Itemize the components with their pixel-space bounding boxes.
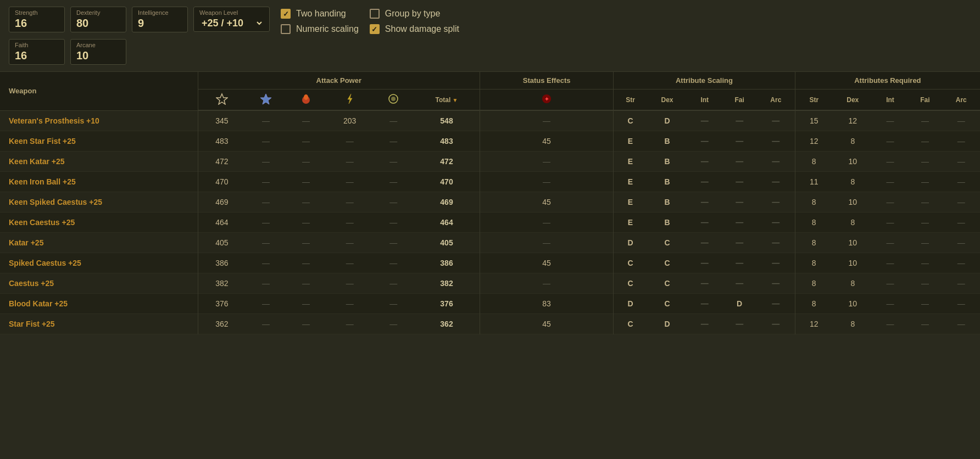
show-damage-split-checkbox[interactable] (370, 24, 380, 34)
numeric-scaling-checkbox[interactable] (281, 24, 291, 34)
req-fai: — (907, 192, 942, 212)
table-row[interactable]: Star Fist +25 362 — — — — 362 45 C D — —… (0, 314, 980, 334)
req-str: 8 (795, 253, 832, 273)
req-str: 8 (795, 212, 832, 233)
scaling-int: — (687, 314, 722, 334)
attack-total: 470 (414, 172, 480, 192)
status-bleed: — (480, 212, 614, 233)
attack-lightning: — (326, 253, 374, 273)
attack-lightning: — (326, 131, 374, 152)
req-fai: — (907, 294, 942, 314)
table-row[interactable]: Spiked Caestus +25 386 — — — — 386 45 C … (0, 253, 980, 273)
status-bleed: — (480, 110, 614, 131)
req-str: 8 (795, 233, 832, 253)
scaling-arc: — (757, 314, 795, 334)
table-row[interactable]: Keen Caestus +25 464 — — — — 464 — E B —… (0, 212, 980, 233)
subheader-holy (374, 89, 414, 111)
two-handing-checkbox[interactable] (281, 9, 291, 19)
attack-phys: 464 (198, 212, 246, 233)
scaling-str: C (614, 110, 647, 131)
col-header-attack-power: Attack Power (198, 72, 480, 89)
faith-input[interactable] (15, 49, 59, 62)
attack-magic: — (246, 110, 286, 131)
scaling-fai: — (722, 314, 756, 334)
table-row[interactable]: Veteran's Prosthesis +10 345 — — 203 — 5… (0, 110, 980, 131)
scaling-dex: B (647, 152, 687, 172)
subheader-req-arc: Arc (943, 89, 980, 111)
scaling-str: E (614, 212, 647, 233)
req-arc: — (943, 314, 980, 334)
req-int: — (873, 233, 907, 253)
table-row[interactable]: Keen Iron Ball +25 470 — — — — 470 — E B… (0, 172, 980, 192)
attack-holy: — (374, 253, 414, 273)
attack-lightning: — (326, 233, 374, 253)
req-int: — (873, 253, 907, 273)
scaling-str: C (614, 314, 647, 334)
req-fai: — (907, 273, 942, 294)
weapon-name: Keen Iron Ball +25 (0, 172, 198, 192)
table-row[interactable]: Keen Star Fist +25 483 — — — — 483 45 E … (0, 131, 980, 152)
subheader-req-dex: Dex (833, 89, 873, 111)
weapon-name: Keen Caestus +25 (0, 212, 198, 233)
attack-total: 472 (414, 152, 480, 172)
scaling-arc: — (757, 233, 795, 253)
req-int: — (873, 192, 907, 212)
req-dex: 10 (833, 294, 873, 314)
status-bleed: — (480, 152, 614, 172)
req-arc: — (943, 110, 980, 131)
req-arc: — (943, 152, 980, 172)
scaling-str: E (614, 172, 647, 192)
scaling-arc: — (757, 110, 795, 131)
attack-total: 386 (414, 253, 480, 273)
req-str: 12 (795, 131, 832, 152)
scaling-dex: B (647, 212, 687, 233)
req-arc: — (943, 192, 980, 212)
attack-fire: — (286, 273, 326, 294)
table-row[interactable]: Keen Spiked Caestus +25 469 — — — — 469 … (0, 192, 980, 212)
attack-lightning: — (326, 192, 374, 212)
subheader-req-str: Str (795, 89, 832, 111)
req-arc: — (943, 172, 980, 192)
req-int: — (873, 273, 907, 294)
table-row[interactable]: Katar +25 405 — — — — 405 — D C — — — 8 … (0, 233, 980, 253)
group-by-type-row: Group by type (370, 9, 459, 19)
subheader-phys (198, 89, 246, 111)
req-arc: — (943, 131, 980, 152)
intelligence-input[interactable] (138, 17, 182, 30)
req-int: — (873, 110, 907, 131)
req-int: — (873, 314, 907, 334)
attack-phys: 376 (198, 294, 246, 314)
attack-magic: — (246, 172, 286, 192)
dexterity-input[interactable] (76, 17, 120, 30)
scaling-int: — (687, 172, 722, 192)
col-header-weapon: Weapon (0, 72, 198, 110)
scaling-arc: — (757, 152, 795, 172)
req-dex: 12 (833, 110, 873, 131)
attack-magic: — (246, 192, 286, 212)
weapon-name: Caestus +25 (0, 273, 198, 294)
scaling-fai: — (722, 152, 756, 172)
table-row[interactable]: Caestus +25 382 — — — — 382 — C C — — — … (0, 273, 980, 294)
subheader-sc-fai: Fai (722, 89, 756, 111)
strength-input[interactable] (15, 17, 59, 30)
scaling-int: — (687, 212, 722, 233)
attack-phys: 362 (198, 314, 246, 334)
arcane-input[interactable] (76, 49, 120, 62)
req-str: 8 (795, 152, 832, 172)
table-row[interactable]: Keen Katar +25 472 — — — — 472 — E B — —… (0, 152, 980, 172)
weapon-level-select[interactable]: +25 / +10 +24 / +9 +20 / +8 (199, 17, 264, 29)
scaling-str: C (614, 273, 647, 294)
group-by-type-checkbox[interactable] (370, 9, 380, 19)
table-row[interactable]: Blood Katar +25 376 — — — — 376 83 D C —… (0, 294, 980, 314)
scaling-dex: B (647, 192, 687, 212)
attack-phys: 470 (198, 172, 246, 192)
attack-lightning: — (326, 273, 374, 294)
attack-holy: — (374, 314, 414, 334)
subheader-total[interactable]: Total ▼ (414, 89, 480, 111)
status-bleed: — (480, 233, 614, 253)
attack-fire: — (286, 314, 326, 334)
svg-point-3 (304, 94, 308, 100)
scaling-str: C (614, 253, 647, 273)
strength-group: Strength (9, 7, 65, 32)
attack-lightning: — (326, 152, 374, 172)
